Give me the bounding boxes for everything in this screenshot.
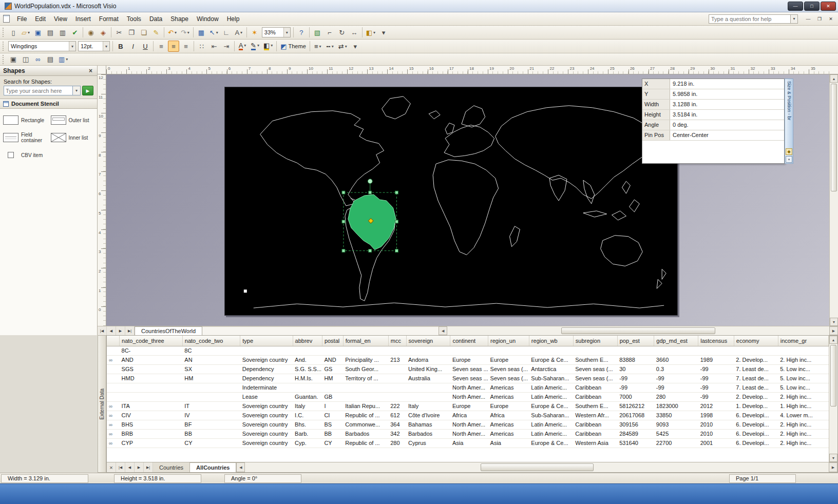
column-header-economy[interactable]: economy [734, 336, 778, 346]
tile-windows-icon[interactable]: ◫ [20, 54, 31, 65]
menu-window[interactable]: Window [193, 13, 223, 25]
italic-button[interactable]: I [127, 41, 139, 52]
stencil-shape-inner-list[interactable]: Inner list [49, 128, 97, 147]
column-header-continent[interactable]: continent [450, 336, 488, 346]
copy-icon[interactable]: ❐ [126, 27, 137, 38]
text-tool-icon[interactable]: A▾ [233, 27, 244, 38]
help-icon[interactable]: ? [296, 27, 307, 38]
font-size-combo[interactable]: 12pt.▾ [78, 41, 110, 51]
ed-first-button[interactable]: |◀ [116, 462, 125, 472]
table-row[interactable]: ∞CIVIVSovereign countryI.C.CIRepublic of… [107, 411, 829, 420]
arrows-button[interactable]: ⇄▾ [337, 41, 349, 52]
column-header-region-un[interactable]: region_un [488, 336, 529, 346]
menu-help[interactable]: Help [223, 13, 244, 25]
selection-handle[interactable] [342, 191, 345, 194]
line-ends-icon[interactable]: ↔ [349, 27, 360, 38]
toolbar-options-icon[interactable]: ▾ [350, 41, 361, 52]
table-row[interactable]: ∞BHSBFSovereign countryBhs.BSCommonwe...… [107, 420, 829, 429]
menu-format[interactable]: Format [95, 13, 123, 25]
crop-icon[interactable]: ⌐ [324, 27, 335, 38]
column-header-nato-code-two[interactable]: nato_code_two [182, 336, 240, 346]
selection-handle[interactable] [342, 220, 345, 223]
hyperlink-icon[interactable]: ∞ [32, 54, 44, 65]
drawing-canvas[interactable]: X9.218 in.Y5.9858 in.Width3.1288 in.Heig… [106, 74, 829, 326]
font-color-button[interactable]: A▾ [237, 41, 248, 52]
data-tab-allcountries[interactable]: AllCountries [190, 462, 236, 472]
decrease-indent-button[interactable]: ⇤ [208, 41, 220, 52]
selection-handle[interactable] [395, 191, 398, 194]
scroll-track[interactable] [716, 326, 829, 335]
field-value-width[interactable]: 3.1288 in. [670, 100, 784, 109]
size-position-tab[interactable]: Size & Position - br ◆ × [785, 79, 793, 164]
spelling-icon[interactable]: ✔ [69, 27, 81, 38]
column-header-formal-en[interactable]: formal_en [343, 336, 388, 346]
menu-edit[interactable]: Edit [31, 13, 50, 25]
document-stencil-header[interactable]: Document Stencil [0, 99, 97, 109]
search-go-button[interactable]: ▶ [82, 86, 93, 95]
field-value-height[interactable]: 3.5184 in. [670, 110, 784, 120]
autohide-pin-icon[interactable]: ◆ [786, 148, 792, 155]
external-data-tab[interactable]: External Data [98, 335, 106, 473]
pointer-tool-icon[interactable]: ↖▾ [208, 27, 220, 38]
cut-icon[interactable]: ✂ [113, 27, 125, 38]
data-tab-countries[interactable]: Countries [153, 462, 190, 472]
bold-button[interactable]: B [115, 41, 126, 52]
stencil-shape-cbv-item[interactable]: CBV item [1, 147, 49, 163]
scroll-up-icon[interactable]: ▲ [830, 74, 838, 83]
column-header-pop-est[interactable]: pop_est [617, 336, 654, 346]
table-row[interactable]: ∞ANDANSovereign countryAnd.ANDPrincipali… [107, 355, 829, 364]
world-map-page[interactable] [224, 87, 678, 316]
print-preview-icon[interactable]: ▥ [57, 27, 68, 38]
underline-button[interactable]: U [140, 41, 151, 52]
rotate-icon[interactable]: ↻ [336, 27, 348, 38]
column-header-nato-code-three[interactable]: nato_code_three [120, 336, 183, 346]
menu-insert[interactable]: Insert [71, 13, 95, 25]
align-center-button[interactable]: ≡ [168, 41, 179, 52]
chevron-down-icon[interactable]: ▾ [791, 14, 798, 24]
shape-effects-icon[interactable]: ✶ [249, 27, 260, 38]
column-header-abbrev[interactable]: abbrev [293, 336, 322, 346]
connector-tool-icon[interactable]: ∟ [221, 27, 232, 38]
maximize-button[interactable]: □ [804, 2, 820, 11]
align-left-button[interactable]: ≡ [156, 41, 167, 52]
scroll-up-icon[interactable]: ▲ [829, 336, 837, 344]
column-header-subregion[interactable]: subregion [573, 336, 617, 346]
scroll-track[interactable] [245, 462, 479, 472]
scroll-down-icon[interactable]: ▼ [829, 454, 837, 462]
doc-close-button[interactable]: ✕ [826, 15, 836, 23]
close-icon[interactable]: × [107, 462, 116, 472]
scroll-right-icon[interactable]: ▶ [829, 326, 838, 335]
print-page-icon[interactable]: ▥▾ [57, 54, 69, 65]
field-value-y[interactable]: 5.9858 in. [670, 89, 784, 99]
document-icon[interactable] [3, 15, 10, 23]
column-header-postal[interactable]: postal [322, 336, 343, 346]
selection-handle[interactable] [395, 220, 398, 223]
chevron-down-icon[interactable]: ▾ [73, 86, 81, 95]
column-header-region-wb[interactable]: region_wb [529, 336, 573, 346]
table-row[interactable]: IndeterminateNorth Amer...AmericasLatin … [107, 383, 829, 392]
table-row[interactable]: 8C-8C [107, 346, 829, 355]
first-page-button[interactable]: |◀ [98, 326, 107, 335]
menu-file[interactable]: File [13, 13, 31, 25]
theme-button[interactable]: ◩Theme [279, 41, 308, 52]
new-window-icon[interactable]: ▣ [8, 54, 19, 65]
table-row[interactable]: LeaseGuantan.GBNorth Amer...AmericasLati… [107, 392, 829, 401]
layer-properties-icon[interactable]: ▤ [45, 54, 56, 65]
research-icon[interactable]: ◉ [85, 27, 97, 38]
open-icon[interactable]: ▱▾ [20, 27, 31, 38]
new-document-icon[interactable]: ▯ [8, 27, 19, 38]
rotation-handle[interactable] [368, 179, 372, 184]
column-header-lastcensus[interactable]: lastcensus [698, 336, 734, 346]
chevron-down-icon[interactable]: ▾ [69, 42, 75, 51]
scroll-right-icon[interactable]: ▶ [829, 462, 837, 472]
field-value-pin-pos[interactable]: Center-Center [670, 130, 784, 140]
column-header-mcc[interactable]: mcc [388, 336, 406, 346]
zoom-combo[interactable]: 33%▾ [262, 27, 291, 37]
horizontal-scroll-thumb[interactable] [561, 327, 715, 334]
doc-minimize-button[interactable]: — [803, 15, 813, 23]
stencil-shape-field-container[interactable]: Field container [1, 128, 49, 147]
save-icon[interactable]: ▣ [32, 27, 44, 38]
scroll-track[interactable] [830, 192, 838, 318]
windows-taskbar[interactable] [0, 483, 838, 504]
close-button[interactable]: ✕ [821, 2, 836, 11]
